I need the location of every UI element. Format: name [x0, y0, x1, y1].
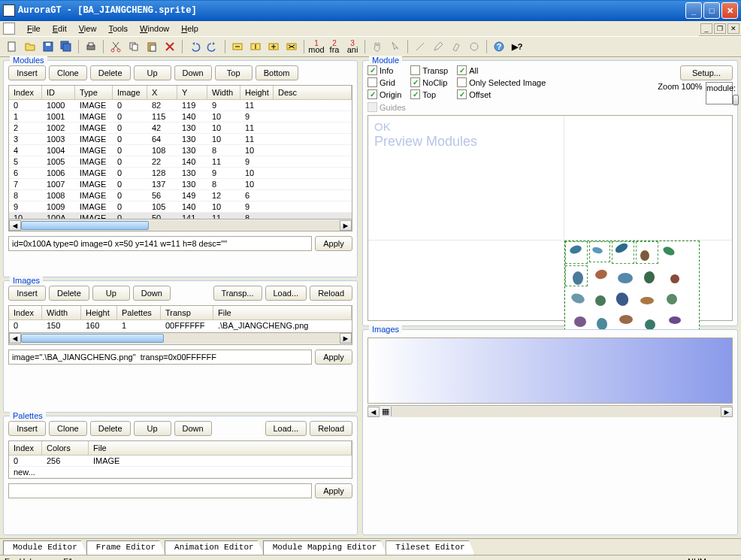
setup-button[interactable]: Setup... [680, 65, 733, 80]
col-height[interactable]: Height [240, 86, 274, 99]
palettes-reload-button[interactable]: Reload [310, 421, 352, 436]
chk-grid[interactable]: Grid [367, 77, 401, 87]
line-tool-icon[interactable] [413, 39, 428, 54]
images-apply-button[interactable]: Apply [315, 350, 352, 365]
chk-info[interactable]: Info [367, 65, 401, 75]
fit-v-icon[interactable] [248, 39, 263, 54]
images-hscroll[interactable]: ◄ ► [9, 332, 352, 344]
mdi-restore[interactable]: ❐ [714, 23, 726, 34]
palettes-clone-button[interactable]: Clone [49, 421, 87, 436]
col-i-height[interactable]: Height [81, 306, 117, 319]
modules-up-button[interactable]: Up [134, 65, 171, 80]
chk-transp[interactable]: Transp [410, 65, 448, 75]
table-row[interactable]: 71007IMAGE0137130810 [9, 179, 352, 190]
images-table[interactable]: Index Width Height Palettes Transp File … [8, 305, 352, 345]
tab-animation-editor[interactable]: Animation Editor [165, 540, 264, 555]
images-delete-button[interactable]: Delete [49, 286, 89, 301]
images-gradient-preview[interactable] [367, 338, 733, 404]
save-all-icon[interactable] [59, 39, 74, 54]
images-down-button[interactable]: Down [133, 286, 171, 301]
tab-module-editor[interactable]: Module Editor [3, 540, 87, 555]
col-image[interactable]: Image [113, 86, 147, 99]
chk-all[interactable]: All [457, 65, 546, 75]
modules-table[interactable]: Index ID Type Image X Y Width Height Des… [8, 85, 352, 232]
brush-icon[interactable] [449, 39, 464, 54]
circle-tool-icon[interactable] [467, 39, 482, 54]
print-icon[interactable] [83, 39, 98, 54]
fit-h-icon[interactable] [230, 39, 245, 54]
modules-apply-input[interactable] [8, 236, 312, 251]
save-icon[interactable] [41, 39, 56, 54]
tab-tileset-editor[interactable]: Tileset Editor [386, 540, 474, 555]
modules-top-button[interactable]: Top [215, 65, 253, 80]
minimize-button[interactable]: _ [685, 2, 702, 19]
preview-viewport[interactable]: OK Preview Modules [367, 115, 733, 321]
scroll-left-icon[interactable]: ◄ [367, 407, 380, 417]
table-row[interactable]: 41004IMAGE0108130810 [9, 145, 352, 156]
chk-offset[interactable]: Offset [457, 89, 546, 99]
images-transp-button[interactable]: Transp... [213, 286, 262, 301]
images-insert-button[interactable]: Insert [8, 286, 46, 301]
modules-down-button[interactable]: Down [174, 65, 212, 80]
scroll-left-icon[interactable]: ◄ [9, 220, 21, 231]
pointer-icon[interactable] [388, 39, 403, 54]
table-row[interactable]: 0150160100FFFFFF.\BA_JIANGCHENG.png [9, 320, 352, 331]
scroll-right-icon[interactable]: ► [340, 220, 352, 231]
images-apply-input[interactable] [8, 350, 312, 365]
images-right-hscroll[interactable]: ◄ ▦ ► [367, 405, 733, 417]
scroll-right-icon[interactable]: ► [721, 407, 733, 417]
col-i-transp[interactable]: Transp [161, 306, 213, 319]
menu-tools[interactable]: Tools [102, 23, 134, 35]
maximize-button[interactable]: □ [703, 2, 720, 19]
col-x[interactable]: X [147, 86, 177, 99]
col-id[interactable]: ID [42, 86, 75, 99]
scroll-left-icon[interactable]: ◄ [9, 333, 21, 344]
col-desc[interactable]: Desc [274, 86, 352, 99]
table-row[interactable]: 51005IMAGE022140119 [9, 156, 352, 168]
help-icon[interactable]: ? [491, 39, 507, 54]
ani-icon[interactable]: 3ani [345, 39, 360, 54]
col-p-file[interactable]: File [89, 441, 352, 455]
tab-mapping-editor[interactable]: Module Mapping Editor [263, 540, 387, 555]
paste-icon[interactable] [144, 39, 159, 54]
redo-icon[interactable] [205, 39, 220, 54]
mdi-close[interactable]: ✕ [727, 23, 739, 34]
whats-this-icon[interactable]: ▶? [510, 39, 525, 54]
modules-insert-button[interactable]: Insert [8, 65, 46, 80]
table-row[interactable]: 31003IMAGE0641301011 [9, 134, 352, 145]
copy-icon[interactable] [126, 39, 141, 54]
modules-apply-button[interactable]: Apply [315, 236, 352, 251]
table-row[interactable]: 61006IMAGE0128130910 [9, 168, 352, 179]
table-row[interactable]: 91009IMAGE0105140109 [9, 201, 352, 213]
col-i-file[interactable]: File [213, 306, 352, 319]
table-row[interactable]: 11001IMAGE0115140109 [9, 111, 352, 123]
modules-clone-button[interactable]: Clone [49, 65, 87, 80]
palettes-up-button[interactable]: Up [134, 421, 171, 436]
col-p-colors[interactable]: Colors [42, 441, 89, 455]
menu-edit[interactable]: Edit [47, 23, 73, 35]
table-row[interactable]: 21002IMAGE0421301011 [9, 123, 352, 134]
col-p-index[interactable]: Index [9, 441, 42, 455]
menu-file[interactable]: File [21, 23, 47, 35]
tab-frame-editor[interactable]: Frame Editor [86, 540, 165, 555]
fit-all-icon[interactable] [266, 39, 281, 54]
palettes-delete-button[interactable]: Delete [90, 421, 131, 436]
undo-icon[interactable] [187, 39, 202, 54]
col-i-width[interactable]: Width [42, 306, 81, 319]
col-y[interactable]: Y [177, 86, 207, 99]
palettes-apply-input[interactable] [8, 483, 312, 498]
close-button[interactable]: ✕ [721, 2, 738, 19]
col-i-index[interactable]: Index [9, 306, 42, 319]
new-icon[interactable] [5, 39, 20, 54]
modules-bottom-button[interactable]: Bottom [256, 65, 298, 80]
table-row[interactable]: 81008IMAGE056149126 [9, 190, 352, 201]
delete-icon[interactable] [162, 39, 177, 54]
palettes-down-button[interactable]: Down [174, 421, 212, 436]
images-load-button[interactable]: Load... [265, 286, 307, 301]
col-width[interactable]: Width [207, 86, 240, 99]
palettes-apply-button[interactable]: Apply [315, 483, 352, 498]
hand-icon[interactable] [370, 39, 385, 54]
menu-view[interactable]: View [73, 23, 103, 35]
modules-hscroll[interactable]: ◄ ► [9, 219, 352, 231]
col-index[interactable]: Index [9, 86, 42, 99]
